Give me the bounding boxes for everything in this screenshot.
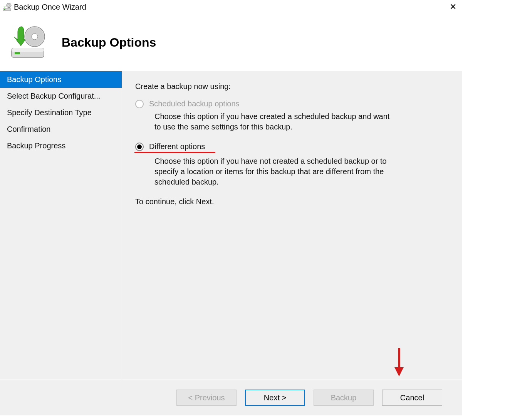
intro-text: Create a backup now using: [135,82,449,91]
option-scheduled-label: Scheduled backup options [149,99,240,108]
wizard-steps-sidebar: Backup Options Select Backup Configurat.… [0,71,122,380]
step-label: Confirmation [7,125,50,133]
radio-scheduled [135,100,144,108]
step-backup-progress[interactable]: Backup Progress [0,138,122,154]
svg-point-1 [8,5,10,6]
step-backup-options[interactable]: Backup Options [0,71,122,88]
step-confirmation[interactable]: Confirmation [0,121,122,138]
content-area: Backup Options Select Backup Configurat.… [0,71,462,380]
continue-hint: To continue, click Next. [135,197,449,206]
previous-button: < Previous [176,390,237,406]
step-label: Select Backup Configurat... [7,92,100,100]
svg-rect-9 [15,52,20,54]
cancel-button[interactable]: Cancel [382,390,442,406]
next-button[interactable]: Next > [245,390,305,406]
backup-button: Backup [314,390,374,406]
option-scheduled-row: Scheduled backup options [135,99,449,108]
svg-marker-11 [394,367,404,376]
option-different-label: Different options [149,142,205,151]
step-specify-destination-type[interactable]: Specify Destination Type [0,104,122,121]
option-different: Different options Choose this option if … [135,142,449,187]
title-bar: Backup Once Wizard ✕ [0,0,462,14]
annotation-underline [134,152,215,153]
option-scheduled: Scheduled backup options Choose this opt… [135,99,449,132]
step-label: Specify Destination Type [7,108,92,117]
wizard-window: Backup Once Wizard ✕ Backup Options Back… [0,0,462,415]
radio-different[interactable] [135,143,144,151]
step-label: Backup Progress [7,141,65,150]
backup-icon [9,25,46,60]
app-icon [2,2,12,12]
close-icon: ✕ [450,2,456,12]
step-label: Backup Options [7,75,61,84]
option-different-description: Choose this option if you have not creat… [154,156,393,187]
wizard-button-bar: < Previous Next > Backup Cancel [0,380,462,415]
annotation-arrow-icon [393,347,405,377]
next-button-label: Next > [264,393,286,402]
previous-button-label: < Previous [188,393,225,402]
cancel-button-label: Cancel [400,393,424,402]
main-panel: Create a backup now using: Scheduled bac… [122,71,462,380]
page-title: Backup Options [62,35,156,50]
window-title: Backup Once Wizard [14,3,86,12]
step-select-backup-configuration[interactable]: Select Backup Configurat... [0,88,122,104]
svg-rect-8 [12,48,44,52]
option-scheduled-description: Choose this option if you have created a… [154,111,393,132]
option-different-row[interactable]: Different options [135,142,449,151]
close-button[interactable]: ✕ [445,0,461,14]
backup-button-label: Backup [331,393,357,402]
wizard-header: Backup Options [0,14,462,71]
svg-point-6 [32,34,38,40]
svg-rect-3 [4,9,5,10]
